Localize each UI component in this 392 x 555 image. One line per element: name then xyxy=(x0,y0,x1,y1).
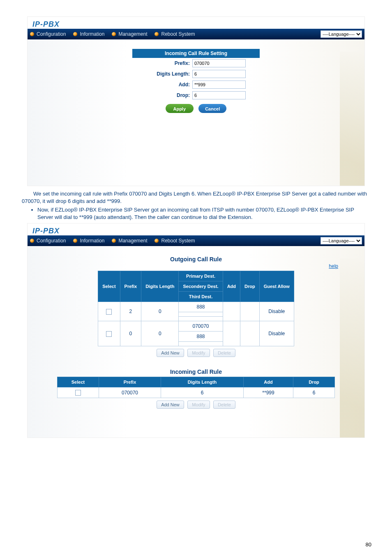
prefix-label: Prefix: xyxy=(132,60,192,66)
col-select: Select xyxy=(58,377,99,387)
narrative-text: We set the incoming call rule with Prefi… xyxy=(22,190,370,221)
col-secondary-dest: Secondery Dest. xyxy=(179,281,223,292)
content-area: Outgoing Call Rule help Select Prefix Di… xyxy=(28,246,364,438)
modify-button[interactable]: Modify xyxy=(187,349,210,357)
table-row: 070070 6 **999 6 xyxy=(58,387,335,398)
language-select[interactable]: ----Language---- xyxy=(321,30,362,38)
row-checkbox[interactable] xyxy=(106,331,112,337)
app-logo: IP-PBX xyxy=(32,227,60,235)
main-tabs: Configuration Information Management Reb… xyxy=(28,235,364,246)
digits-length-input[interactable] xyxy=(192,70,246,78)
add-new-button[interactable]: Add New xyxy=(157,401,184,409)
col-prefix: Prefix xyxy=(99,377,161,387)
add-label: Add: xyxy=(132,82,192,88)
tab-configuration[interactable]: Configuration xyxy=(30,238,66,244)
tab-management[interactable]: Management xyxy=(112,238,147,244)
screenshot-call-rules: IP-PBX Configuration Information Managem… xyxy=(27,223,365,438)
narrative-line1: We set the incoming call rule with Prefi… xyxy=(22,190,370,205)
col-add: Add xyxy=(223,271,240,302)
col-drop: Drop xyxy=(293,377,335,387)
help-link[interactable]: help xyxy=(35,263,338,269)
incoming-form-panel: Incoming Call Rule Setting Prefix: Digit… xyxy=(132,49,260,114)
content-area: Incoming Call Rule Setting Prefix: Digit… xyxy=(28,39,364,186)
outgoing-title: Outgoing Call Rule xyxy=(35,253,357,263)
row-checkbox[interactable] xyxy=(75,390,81,396)
plant-decoration xyxy=(340,52,364,186)
col-digits-length: Digits Length xyxy=(141,271,179,302)
incoming-table: Select Prefix Digits Length Add Drop 070… xyxy=(57,377,335,398)
add-input[interactable] xyxy=(192,81,246,89)
tab-information[interactable]: Information xyxy=(73,238,104,244)
row-checkbox[interactable] xyxy=(106,309,112,315)
app-logo: IP-PBX xyxy=(32,20,60,28)
digits-length-label: Digits Length: xyxy=(132,71,192,77)
table-row: 0 0 070070 Disable xyxy=(98,321,294,332)
tab-configuration[interactable]: Configuration xyxy=(30,31,66,37)
modify-button[interactable]: Modify xyxy=(187,401,210,409)
header: IP-PBX xyxy=(28,17,364,29)
col-select: Select xyxy=(98,271,120,302)
apply-button[interactable]: Apply xyxy=(166,104,194,113)
tab-information[interactable]: Information xyxy=(73,31,104,37)
col-guest-allow: Guest Allow xyxy=(259,271,294,302)
screenshot-incoming-form: IP-PBX Configuration Information Managem… xyxy=(27,16,365,186)
tab-reboot[interactable]: Reboot System xyxy=(154,238,195,244)
col-prefix: Prefix xyxy=(120,271,141,302)
page-number: 80 xyxy=(366,541,371,548)
incoming-title: Incoming Call Rule xyxy=(35,366,357,375)
delete-button[interactable]: Delete xyxy=(213,401,235,409)
col-drop: Drop xyxy=(240,271,260,302)
col-third-dest: Third Dest. xyxy=(179,292,223,302)
col-primary-dest: Primary Dest. xyxy=(179,271,223,281)
prefix-input[interactable] xyxy=(192,59,246,67)
tab-reboot[interactable]: Reboot System xyxy=(154,31,195,37)
table-row: 2 0 888 Disable xyxy=(98,302,294,312)
header: IP-PBX xyxy=(28,223,364,235)
col-add: Add xyxy=(244,377,293,387)
outgoing-table: Select Prefix Digits Length Primary Dest… xyxy=(98,271,294,346)
drop-input[interactable] xyxy=(192,91,246,99)
delete-button[interactable]: Delete xyxy=(213,349,235,357)
drop-label: Drop: xyxy=(132,92,192,98)
narrative-bullet1: Now, if EZLoop® IP-PBX Enterprise SIP Se… xyxy=(37,206,370,221)
incoming-form-title: Incoming Call Rule Setting xyxy=(132,49,260,58)
tab-management[interactable]: Management xyxy=(112,31,147,37)
main-tabs: Configuration Information Management Reb… xyxy=(28,29,364,39)
cancel-button[interactable]: Cancel xyxy=(198,104,226,113)
col-digits-length: Digits Length xyxy=(161,377,244,387)
language-select[interactable]: ----Language---- xyxy=(321,237,362,244)
add-new-button[interactable]: Add New xyxy=(157,349,184,357)
